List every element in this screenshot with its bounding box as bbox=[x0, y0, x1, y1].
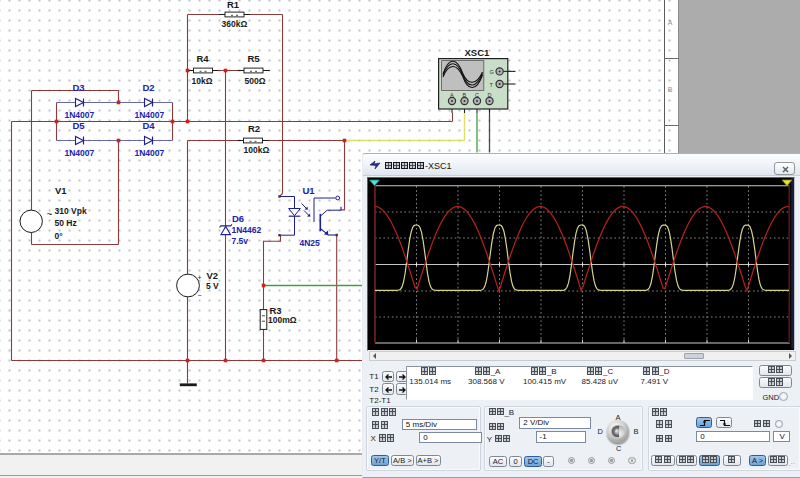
svg-text:5 V: 5 V bbox=[206, 281, 219, 291]
svg-text:D6: D6 bbox=[232, 213, 244, 224]
svg-text:360kΩ: 360kΩ bbox=[222, 19, 248, 29]
svg-text:C: C bbox=[475, 92, 479, 98]
svg-text:~: ~ bbox=[47, 209, 53, 220]
svg-text:V2: V2 bbox=[207, 270, 219, 281]
svg-text:R1: R1 bbox=[227, 0, 240, 10]
svg-text:1N4007: 1N4007 bbox=[65, 148, 95, 158]
svg-text:R3: R3 bbox=[270, 305, 282, 316]
svg-text:50 Hz: 50 Hz bbox=[55, 218, 77, 228]
svg-text:0°: 0° bbox=[55, 231, 64, 241]
svg-text:500Ω: 500Ω bbox=[245, 76, 266, 86]
svg-text:D3: D3 bbox=[73, 82, 85, 93]
svg-text:XSC1: XSC1 bbox=[465, 47, 491, 58]
svg-text:4N25: 4N25 bbox=[300, 238, 321, 248]
svg-text:G: G bbox=[490, 69, 494, 75]
svg-text:B: B bbox=[463, 92, 467, 98]
svg-text:−: − bbox=[198, 292, 202, 299]
svg-text:A: A bbox=[450, 92, 454, 98]
svg-text:D: D bbox=[488, 92, 492, 98]
svg-text:R2: R2 bbox=[248, 123, 260, 134]
svg-text:310 Vpk: 310 Vpk bbox=[55, 206, 87, 216]
svg-text:D2: D2 bbox=[143, 82, 155, 93]
svg-text:V1: V1 bbox=[55, 185, 67, 196]
svg-text:+: + bbox=[198, 274, 202, 281]
svg-text:D4: D4 bbox=[143, 120, 156, 131]
svg-text:7.5v: 7.5v bbox=[232, 236, 249, 246]
svg-text:100mΩ: 100mΩ bbox=[268, 315, 297, 325]
svg-text:D5: D5 bbox=[73, 120, 86, 131]
svg-text:1N4462: 1N4462 bbox=[232, 225, 262, 235]
svg-text:1N4007: 1N4007 bbox=[135, 148, 165, 158]
svg-text:R5: R5 bbox=[248, 53, 261, 64]
svg-text:1N4007: 1N4007 bbox=[65, 110, 95, 120]
svg-text:1N4007: 1N4007 bbox=[135, 110, 165, 120]
svg-text:R4: R4 bbox=[197, 53, 210, 64]
svg-text:100kΩ: 100kΩ bbox=[244, 145, 270, 155]
svg-text:10kΩ: 10kΩ bbox=[192, 76, 213, 86]
svg-text:U1: U1 bbox=[303, 185, 316, 196]
